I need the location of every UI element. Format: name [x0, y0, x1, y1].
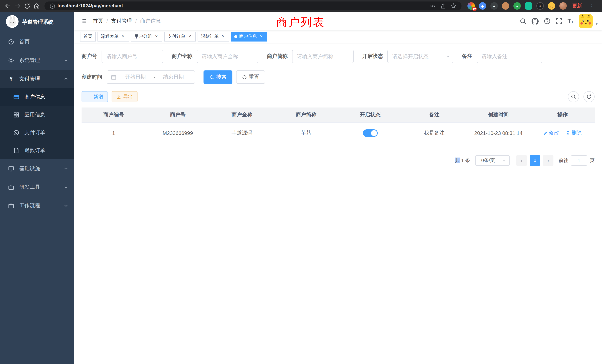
- field-label: 商户简称: [267, 53, 288, 60]
- download-icon: [116, 94, 121, 99]
- jump-page-input[interactable]: [571, 155, 587, 165]
- home-icon[interactable]: [32, 1, 42, 11]
- extension-icon-2[interactable]: ◆: [479, 2, 486, 10]
- reload-icon[interactable]: [22, 1, 32, 11]
- tab-label: 用户分组: [134, 33, 152, 40]
- refresh-button[interactable]: [583, 91, 595, 102]
- close-icon[interactable]: ×: [120, 34, 126, 39]
- status-toggle[interactable]: [363, 129, 377, 137]
- sidebar-item-home[interactable]: 首页: [0, 33, 74, 51]
- sidebar-item-system[interactable]: 系统管理: [0, 51, 74, 70]
- github-icon[interactable]: [532, 18, 539, 25]
- close-icon[interactable]: ×: [221, 34, 226, 39]
- browser-update-button[interactable]: 更新: [572, 3, 582, 9]
- reset-button[interactable]: 重置: [236, 70, 265, 84]
- hamburger-icon[interactable]: [74, 12, 93, 30]
- url-bar[interactable]: localhost:1024/pay/merchant: [44, 1, 462, 10]
- tab-user-group[interactable]: 用户分组×: [131, 32, 162, 41]
- close-icon[interactable]: ×: [259, 34, 264, 39]
- column-header: 商户简称: [274, 107, 338, 122]
- tab-merchant-info[interactable]: 商户信息×: [231, 32, 267, 41]
- app-logo[interactable]: 芋道管理系统: [0, 12, 74, 33]
- status-select-input[interactable]: [387, 50, 453, 63]
- sidebar-item-payment[interactable]: ¥ 支付管理: [0, 70, 74, 88]
- tab-refund-order[interactable]: 退款订单×: [198, 32, 229, 41]
- bookmark-star-icon[interactable]: [450, 3, 456, 9]
- range-separator: -: [153, 74, 156, 80]
- sidebar-item-pay-order[interactable]: 支付订单: [0, 124, 74, 142]
- column-header: 备注: [402, 107, 466, 122]
- chevron-down-icon: [64, 185, 68, 189]
- sidebar-item-workflow[interactable]: 工作流程: [0, 196, 74, 215]
- tab-process-form[interactable]: 流程表单×: [97, 32, 129, 41]
- extension-icon-1[interactable]: 10: [467, 2, 475, 10]
- help-icon[interactable]: [544, 18, 550, 24]
- tab-home[interactable]: 首页: [80, 32, 96, 41]
- merchant-short-name-input[interactable]: [292, 50, 354, 63]
- extension-icon-5[interactable]: ▲: [513, 2, 521, 10]
- sidebar: 芋道管理系统 首页 系统管理: [0, 12, 74, 364]
- export-button[interactable]: 导出: [112, 91, 138, 102]
- sidebar-item-app-info[interactable]: 应用信息: [0, 106, 74, 124]
- dropdown-caret-icon[interactable]: ▾: [596, 22, 598, 26]
- merchant-full-name-input[interactable]: [197, 50, 258, 63]
- field-label: 备注: [462, 53, 472, 60]
- forward-icon[interactable]: [13, 1, 22, 11]
- sidebar-item-label: 研发工具: [19, 184, 64, 191]
- chevron-down-icon: [64, 58, 68, 63]
- column-header: 创建时间: [466, 107, 530, 122]
- edit-link[interactable]: 修改: [543, 130, 559, 136]
- share-icon[interactable]: [440, 3, 446, 9]
- key-icon[interactable]: [430, 3, 436, 9]
- search-button[interactable]: 搜索: [204, 70, 232, 84]
- calendar-icon: [111, 74, 116, 80]
- export-button-label: 导出: [123, 93, 133, 100]
- close-icon[interactable]: ×: [187, 34, 192, 39]
- browser-menu-icon[interactable]: ⋮: [589, 3, 595, 9]
- merchant-no-input[interactable]: [102, 50, 163, 63]
- breadcrumb-home[interactable]: 首页: [93, 18, 103, 24]
- tab-pay-order[interactable]: 支付订单×: [164, 32, 196, 41]
- site-info-icon[interactable]: [50, 3, 55, 9]
- extension-icon-8[interactable]: ◡: [548, 2, 555, 10]
- extension-icon-7[interactable]: ✦: [536, 2, 544, 10]
- credit-card-icon: [13, 94, 20, 100]
- cell-create-time: 2021-10-23 08:31:14: [466, 122, 530, 144]
- page-size-select[interactable]: 10条/页: [475, 155, 510, 165]
- close-icon[interactable]: ×: [154, 34, 159, 39]
- reset-button-label: 重置: [249, 74, 259, 80]
- sidebar-item-merchant-info[interactable]: 商户信息: [0, 88, 74, 106]
- sidebar-item-dev-tools[interactable]: 研发工具: [0, 178, 74, 196]
- fullscreen-icon[interactable]: [556, 18, 562, 24]
- page-number-button[interactable]: 1: [530, 155, 540, 165]
- grid-icon: [13, 112, 20, 118]
- prev-page-button[interactable]: ‹: [516, 155, 527, 165]
- next-page-button[interactable]: ›: [543, 155, 553, 165]
- extension-icon-3[interactable]: ●: [490, 2, 498, 10]
- sidebar-item-refund-order[interactable]: 退款订单: [0, 142, 74, 159]
- sidebar-item-infrastructure[interactable]: 基础设施: [0, 159, 74, 178]
- merchant-table: 商户编号 商户号 商户全称 商户简称 开启状态 备注 创建时间 操作 1: [82, 107, 595, 144]
- date-range-picker[interactable]: 开始日期 - 结束日期: [107, 70, 195, 84]
- extension-icon-6[interactable]: [525, 2, 532, 10]
- remark-input[interactable]: [477, 50, 542, 63]
- screen: localhost:1024/pay/merchant 10 ◆ ● ▲ ✦ ◡: [0, 0, 602, 364]
- extension-icon-4[interactable]: [502, 2, 509, 10]
- search-icon[interactable]: [520, 18, 526, 24]
- add-button[interactable]: ＋ 新增: [82, 91, 108, 102]
- browser-profile-avatar[interactable]: [559, 2, 567, 10]
- field-label: 商户号: [82, 53, 97, 60]
- back-icon[interactable]: [3, 1, 13, 11]
- breadcrumb-payment[interactable]: 支付管理: [111, 18, 132, 24]
- status-select[interactable]: [387, 50, 453, 63]
- tab-label: 首页: [83, 33, 92, 40]
- document-icon: [13, 148, 20, 153]
- toggle-search-button[interactable]: [568, 91, 579, 102]
- search-button-label: 搜索: [216, 74, 226, 80]
- delete-link[interactable]: 删除: [566, 130, 582, 136]
- font-size-icon[interactable]: TT: [568, 18, 573, 24]
- logo-image: [6, 15, 19, 29]
- search-icon: [571, 94, 576, 99]
- sidebar-item-label: 支付管理: [19, 76, 64, 82]
- user-avatar[interactable]: [579, 14, 593, 28]
